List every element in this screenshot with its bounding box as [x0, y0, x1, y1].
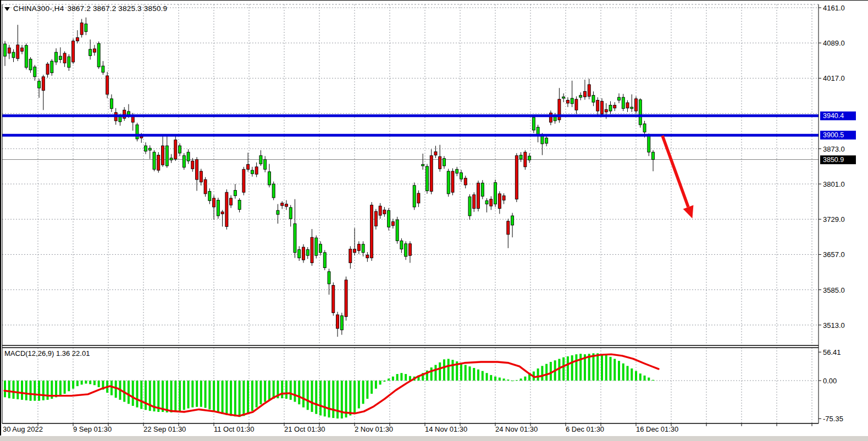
- candle-body: [97, 43, 100, 67]
- candle-body: [72, 41, 75, 62]
- macd-histogram-bar: [30, 381, 32, 401]
- macd-histogram-bar: [571, 355, 573, 381]
- macd-histogram-bar: [328, 381, 330, 417]
- candle-body: [588, 85, 590, 96]
- candle-body: [42, 77, 45, 91]
- price-chart[interactable]: [0, 0, 868, 441]
- macd-histogram-bar: [575, 354, 577, 381]
- date-label: 16 Dec 01:30: [636, 425, 678, 433]
- candle-body: [93, 49, 96, 52]
- macd-indicator-label: MACD(12,26,9) 1.36 22.01: [4, 349, 90, 358]
- candle-body: [477, 183, 480, 208]
- candle-body: [532, 118, 535, 130]
- chart-title-row: CHINA300-,H4 3867.2 3867.2 3825.3 3850.9: [4, 4, 167, 13]
- macd-histogram-bar: [98, 381, 100, 387]
- candle-body: [583, 91, 586, 97]
- candle-body: [596, 101, 599, 111]
- macd-histogram-bar: [311, 381, 313, 412]
- macd-histogram-bar: [307, 381, 309, 410]
- down-arrow-head: [683, 205, 694, 219]
- candle-body: [425, 166, 428, 191]
- candle-body: [388, 210, 390, 227]
- candle-body: [571, 98, 573, 104]
- macd-histogram-bar: [473, 368, 475, 381]
- price-axis-label: 3585.0: [823, 286, 845, 294]
- candle-body: [357, 244, 360, 251]
- candle-body: [179, 146, 181, 153]
- macd-histogram-bar: [170, 381, 173, 412]
- candle-body: [208, 191, 211, 200]
- macd-histogram-bar: [213, 381, 215, 411]
- candle-body: [315, 238, 318, 255]
- macd-histogram-bar: [281, 381, 283, 398]
- candle-body: [336, 315, 339, 328]
- macd-histogram-bar: [251, 381, 253, 411]
- candle-body: [153, 152, 156, 169]
- candle-body: [507, 221, 510, 235]
- macd-histogram-bar: [174, 381, 176, 412]
- macd-histogram-bar: [622, 364, 624, 381]
- macd-histogram-bar: [25, 381, 27, 400]
- candle-body: [204, 180, 207, 194]
- candle-body: [285, 204, 288, 206]
- candle-body: [391, 222, 394, 226]
- candle-body: [541, 136, 544, 144]
- macd-histogram-bar: [383, 381, 385, 382]
- candle-body: [157, 155, 160, 170]
- macd-histogram-bar: [652, 380, 654, 381]
- candle-body: [405, 244, 407, 256]
- macd-histogram-bar: [34, 381, 36, 401]
- candle-body: [422, 164, 424, 166]
- macd-histogram-bar: [230, 381, 232, 416]
- price-axis-label: 4161.0: [823, 4, 845, 12]
- macd-histogram-bar: [362, 381, 364, 404]
- macd-histogram-bar: [447, 359, 450, 381]
- date-label: 21 Oct 01:30: [284, 425, 325, 433]
- candle-body: [272, 184, 275, 198]
- date-label: 2 Nov 01:30: [355, 425, 393, 433]
- candle-body: [460, 173, 462, 180]
- candle-body: [519, 155, 522, 159]
- candle-body: [524, 152, 527, 167]
- candle-body: [413, 186, 416, 207]
- candle-body: [605, 109, 607, 111]
- candle-body: [165, 146, 168, 166]
- macd-histogram-bar: [567, 356, 569, 381]
- macd-histogram-bar: [208, 381, 211, 409]
- macd-histogram-bar: [47, 381, 49, 400]
- macd-histogram-bar: [298, 381, 300, 404]
- macd-histogram-bar: [601, 354, 603, 381]
- macd-histogram-bar: [136, 381, 138, 407]
- macd-histogram-bar: [635, 371, 637, 381]
- candle-body: [443, 159, 445, 166]
- candle-body: [277, 210, 279, 214]
- macd-histogram-bar: [392, 377, 394, 381]
- candle-body: [400, 241, 403, 249]
- macd-histogram-bar: [285, 381, 288, 399]
- candle-body: [311, 237, 313, 263]
- macd-histogram-bar: [499, 377, 501, 381]
- candle-body: [515, 155, 518, 199]
- macd-histogram-bar: [324, 381, 326, 416]
- candle-body: [12, 52, 15, 58]
- candle-body: [502, 196, 505, 200]
- candle-body: [600, 101, 603, 114]
- macd-histogram-bar: [524, 377, 526, 381]
- macd-axis-label: -75.35: [823, 415, 843, 423]
- candle-body: [434, 152, 437, 155]
- candle-body: [191, 161, 194, 169]
- level-price-badge: 3940.4: [820, 111, 856, 120]
- mt4-chart-window: CHINA300-,H4 3867.2 3867.2 3825.3 3850.9…: [0, 0, 868, 441]
- macd-histogram-bar: [225, 381, 228, 415]
- candle-body: [417, 193, 420, 203]
- candle-body: [85, 24, 87, 31]
- candle-body: [447, 171, 450, 194]
- triangle-down-icon[interactable]: [4, 7, 10, 11]
- candle-body: [298, 249, 301, 258]
- candle-body: [537, 127, 539, 135]
- macd-histogram-bar: [217, 381, 219, 412]
- candle-body: [255, 167, 258, 174]
- macd-histogram-bar: [196, 381, 198, 407]
- macd-histogram-bar: [550, 362, 552, 381]
- candle-body: [302, 247, 305, 260]
